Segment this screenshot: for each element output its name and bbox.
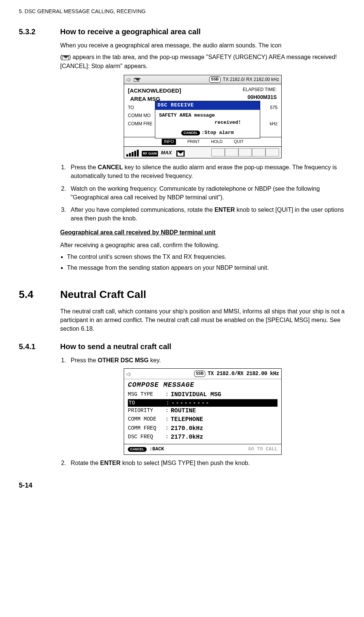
comm-mode-row[interactable]: COMM MODE: TELEPHONE bbox=[128, 415, 278, 424]
list-item: Press the OTHER DSC MSG key. bbox=[68, 356, 345, 365]
text: knob to select [MSG TYPE] then push the … bbox=[121, 460, 250, 466]
text: ) appears in the tab area, and the pop-u… bbox=[60, 54, 337, 69]
empty-boxes bbox=[211, 148, 279, 157]
dsc-freq-row[interactable]: DSC FREQ: 2177.0kHz bbox=[128, 433, 278, 442]
text: key. bbox=[149, 357, 161, 363]
freq-text: TX 2182.0/RX 2182.00 kHz bbox=[208, 370, 279, 377]
envelope-dark-icon bbox=[176, 150, 185, 157]
popup-line2: received! bbox=[159, 119, 256, 126]
steps-list: Press the CANCEL key to silence the audi… bbox=[68, 163, 345, 223]
max-label: MAX bbox=[161, 149, 172, 157]
text: Rotate the bbox=[71, 460, 100, 466]
text: Press the bbox=[71, 164, 98, 170]
compose-title: COMPOSE MESSAGE bbox=[124, 379, 281, 391]
label: COMM MODE bbox=[128, 415, 165, 424]
steps-list: Press the OTHER DSC MSG key. bbox=[68, 356, 345, 365]
status-bar: SSB TX 2182.0/RX 2182.00 kHz bbox=[124, 369, 281, 379]
ssb-badge: SSB bbox=[209, 76, 221, 83]
text-bold: ENTER bbox=[214, 207, 235, 213]
envelope-icon bbox=[62, 55, 69, 60]
label: COMM FREQ bbox=[128, 424, 165, 433]
section-5-4-1-header: 5.4.1 How to send a neutral craft call bbox=[19, 341, 345, 352]
list-item: After you have completed communications,… bbox=[68, 205, 345, 223]
speaker-icon bbox=[126, 77, 132, 82]
page-number: 5-14 bbox=[19, 480, 345, 490]
comm-freq-row[interactable]: COMM FREQ: 2170.0kHz bbox=[128, 424, 278, 433]
envelope-icon bbox=[134, 78, 139, 82]
elapsed-label: ELAPSED TIME: bbox=[243, 87, 277, 93]
to-value: 575 bbox=[270, 105, 278, 111]
section-5-4-header: 5.4 Neutral Craft Call bbox=[19, 287, 345, 302]
text: When you receive a geographical area mes… bbox=[60, 42, 282, 49]
cancel-badge: CANCEL bbox=[181, 131, 200, 135]
tab-info[interactable]: INFO bbox=[162, 139, 176, 145]
list-item: Rotate the ENTER knob to select [MSG TYP… bbox=[68, 459, 345, 467]
ssb-badge: SSB bbox=[194, 371, 206, 377]
list-item: Watch on the working frequency. Communic… bbox=[68, 184, 345, 202]
value: INDIVIDUAL MSG bbox=[171, 391, 221, 399]
signal-bars-icon bbox=[126, 150, 139, 157]
tab-quit[interactable]: QUIT bbox=[234, 139, 244, 145]
paragraph: () appears in the tab area, and the pop-… bbox=[60, 53, 345, 70]
value: TELEPHONE bbox=[171, 415, 203, 424]
label: PRIORITY bbox=[128, 407, 165, 415]
to-row[interactable]: TO: --------- bbox=[128, 399, 278, 407]
back-label: :BACK bbox=[149, 446, 164, 452]
list-item: Press the CANCEL key to silence the audi… bbox=[68, 163, 345, 180]
to-label: TO bbox=[128, 105, 134, 110]
rf-gain-label: RF GAIN bbox=[142, 151, 158, 157]
section-num: 5.4.1 bbox=[19, 341, 49, 352]
paragraph: After receiving a geographic area call, … bbox=[60, 241, 345, 249]
compose-message-screenshot: SSB TX 2182.0/RX 2182.00 kHz COMPOSE MES… bbox=[124, 368, 282, 454]
section-title: How to receive a geographical area call bbox=[60, 26, 201, 37]
elapsed-value: 00H00M31S bbox=[243, 93, 277, 101]
nbdp-heading: Geographical area call received by NBDP … bbox=[60, 228, 345, 237]
popup-line1: SAFETY AREA message bbox=[159, 112, 256, 119]
text-bold: CANCEL bbox=[98, 164, 123, 170]
stop-alarm-text: :Stop alarm bbox=[202, 129, 234, 137]
text: After you have completed communications,… bbox=[71, 207, 214, 213]
popup-title: DSC RECEIVE bbox=[155, 101, 260, 110]
bullet-list: The control unit's screen shows the TX a… bbox=[67, 252, 345, 272]
elapsed-time: ELAPSED TIME: 00H00M31S bbox=[243, 87, 277, 101]
section-5-3-2-header: 5.3.2 How to receive a geographical area… bbox=[19, 26, 345, 37]
priority-row[interactable]: PRIORITY: ROUTINE bbox=[128, 407, 278, 415]
list-item: The message from the sending station app… bbox=[67, 263, 345, 272]
cancel-badge: CANCEL bbox=[128, 447, 147, 452]
text-bold: ENTER bbox=[100, 460, 120, 466]
speaker-icon bbox=[126, 371, 132, 377]
value: 2177.0kHz bbox=[171, 433, 203, 442]
section-num: 5.4 bbox=[19, 287, 49, 302]
text: Press the bbox=[71, 357, 98, 363]
text: Geographical area call received by NBDP … bbox=[60, 229, 215, 236]
text-bold: OTHER DSC MSG bbox=[98, 357, 149, 363]
tab-print[interactable]: PRINT bbox=[187, 139, 200, 145]
steps-list: Rotate the ENTER knob to select [MSG TYP… bbox=[68, 459, 345, 467]
dsc-receive-popup: DSC RECEIVE SAFETY AREA message received… bbox=[155, 101, 260, 138]
value: 2170.0kHz bbox=[171, 424, 203, 433]
acknowledged-screenshot: SSB TX 2182.0/ RX 2182.00 kHz [ACKNOWLED… bbox=[124, 75, 282, 158]
comm-freq-unit: kHz bbox=[270, 121, 278, 127]
paragraph: When you receive a geographical area mes… bbox=[60, 41, 345, 50]
tab-bar: INFO PRINT HOLD QUIT bbox=[124, 137, 281, 146]
paragraph: The neutral craft call, which contains y… bbox=[60, 307, 345, 333]
footer-bar: RF GAIN MAX bbox=[124, 146, 281, 158]
list-item: The control unit's screen shows the TX a… bbox=[67, 252, 345, 261]
tab-hold[interactable]: HOLD bbox=[211, 139, 223, 145]
msg-type-row[interactable]: MSG TYPE: INDIVIDUAL MSG bbox=[128, 391, 278, 399]
value: --------- bbox=[171, 399, 210, 407]
section-title: Neutral Craft Call bbox=[60, 287, 146, 302]
freq-text: TX 2182.0/ RX 2182.00 kHz bbox=[223, 76, 279, 83]
label: TO bbox=[129, 399, 166, 407]
value: ROUTINE bbox=[171, 407, 196, 415]
section-num: 5.3.2 bbox=[19, 26, 49, 37]
comm-freq-label: COMM FRE bbox=[128, 121, 152, 126]
section-title: How to send a neutral craft call bbox=[60, 341, 171, 352]
label: MSG TYPE bbox=[128, 391, 165, 399]
go-to-call-label: GO TO CALL bbox=[248, 446, 278, 453]
status-bar: SSB TX 2182.0/ RX 2182.00 kHz bbox=[124, 75, 281, 84]
label: DSC FREQ bbox=[128, 433, 165, 442]
footer-bar: CANCEL :BACK GO TO CALL bbox=[124, 444, 281, 454]
page-header: 5. DSC GENERAL MESSAGE CALLING, RECEIVIN… bbox=[19, 8, 345, 15]
